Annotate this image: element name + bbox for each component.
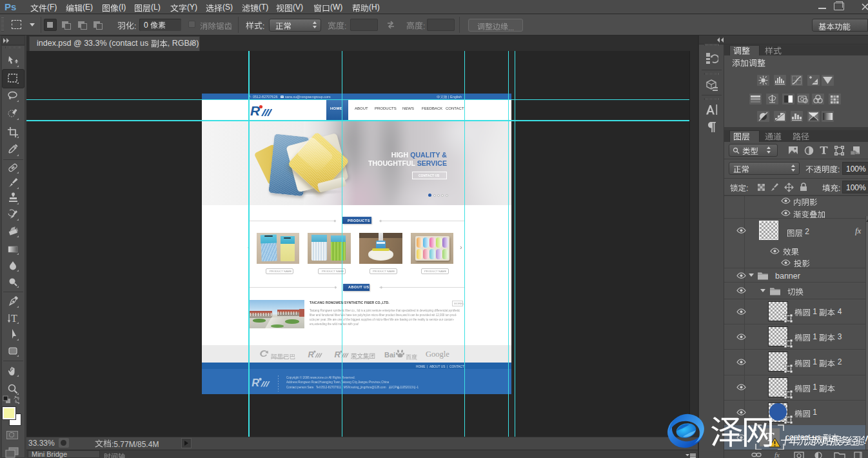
svg-text:R: R <box>334 350 340 359</box>
svg-text:T: T <box>11 313 17 324</box>
svg-text:R: R <box>250 103 261 118</box>
svg-text:R: R <box>308 350 314 359</box>
svg-text:R: R <box>252 377 259 388</box>
